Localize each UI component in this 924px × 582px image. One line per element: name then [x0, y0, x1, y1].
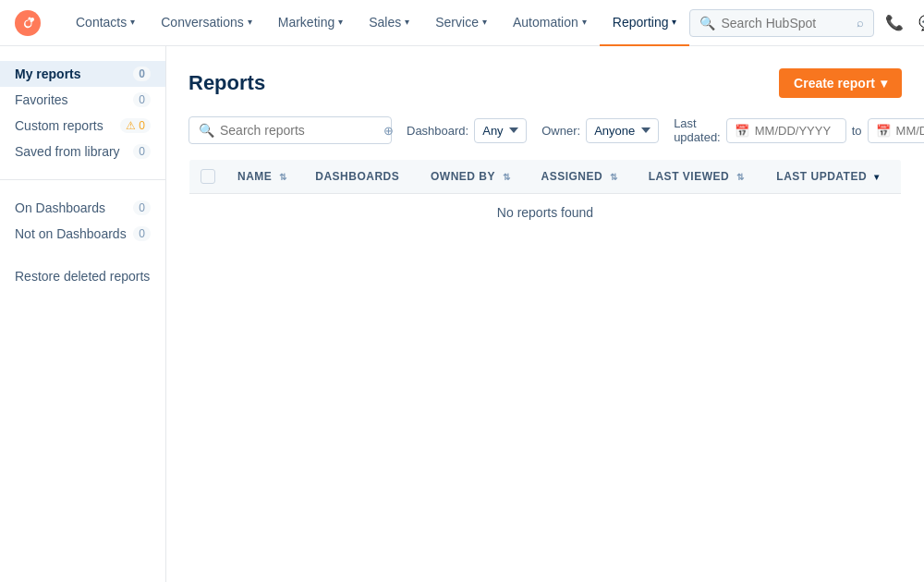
create-report-button[interactable]: Create report ▾ — [779, 68, 902, 98]
table-select-all-header[interactable] — [189, 160, 227, 194]
global-search-bar[interactable]: 🔍 ⌕ — [689, 9, 874, 37]
sidebar-section-reports: My reports 0 Favorites 0 Custom reports … — [0, 61, 165, 180]
nav-sales[interactable]: Sales▾ — [356, 0, 422, 46]
date-from-input[interactable] — [755, 124, 838, 138]
page-title: Reports — [188, 71, 265, 95]
nav-conversations[interactable]: Conversations▾ — [148, 0, 265, 46]
filters-row: 🔍 ⊕ Dashboard: Any Owner: Anyone Las — [188, 116, 902, 144]
nav-marketing[interactable]: Marketing▾ — [265, 0, 356, 46]
table-col-last-updated[interactable]: LAST UPDATED ▾ — [765, 160, 901, 194]
nav-reporting[interactable]: Reporting▾ — [600, 0, 690, 46]
table-col-assigned[interactable]: ASSIGNED ⇅ — [530, 160, 638, 194]
svg-point-1 — [30, 18, 34, 21]
owner-filter-group: Owner: Anyone — [541, 118, 659, 143]
search-icon: 🔍 — [699, 16, 715, 30]
sort-last-updated-icon: ▾ — [874, 172, 880, 182]
calendar-to-icon: 📅 — [876, 124, 891, 138]
sort-name-icon: ⇅ — [279, 172, 287, 182]
search-reports-bar[interactable]: 🔍 ⊕ — [188, 116, 392, 144]
nav-right: 🔍 ⌕ 📞 💬 ❓ ⚙ 🔔 IS Inspired Spac ▾ — [689, 9, 924, 37]
empty-state-message: No reports found — [189, 194, 902, 232]
date-to-input-wrapper: 📅 — [868, 118, 924, 143]
table-header: NAME ⇅ DASHBOARDS OWNED BY ⇅ ASSIGNED ⇅ — [189, 160, 902, 194]
last-updated-label: Last updated: — [674, 116, 721, 144]
dashboard-filter-group: Dashboard: Any — [407, 118, 527, 143]
owner-filter-select[interactable]: Anyone — [586, 118, 659, 143]
empty-state-row: No reports found — [189, 194, 902, 232]
sidebar-item-saved-from-library[interactable]: Saved from library 0 — [0, 139, 165, 164]
sidebar-item-not-on-dashboards[interactable]: Not on Dashboards 0 — [0, 221, 165, 247]
page-header: Reports Create report ▾ — [188, 68, 902, 98]
phone-icon[interactable]: 📞 — [881, 10, 907, 35]
table-col-owned-by[interactable]: OWNED BY ⇅ — [419, 160, 529, 194]
hubspot-logo[interactable] — [15, 10, 41, 36]
nav-service[interactable]: Service▾ — [422, 0, 500, 46]
calendar-from-icon: 📅 — [735, 124, 749, 138]
search-reports-input[interactable] — [220, 123, 382, 138]
table-body: No reports found — [189, 194, 902, 232]
sort-last-viewed-icon: ⇅ — [736, 172, 745, 182]
sort-owned-by-icon: ⇅ — [503, 172, 511, 182]
sidebar-section-dashboards: On Dashboards 0 Not on Dashboards 0 — [0, 188, 165, 254]
chevron-down-icon: ▾ — [881, 76, 887, 91]
search-submit-button[interactable]: ⌕ — [857, 16, 864, 30]
sidebar: My reports 0 Favorites 0 Custom reports … — [0, 46, 166, 582]
sidebar-item-my-reports[interactable]: My reports 0 — [0, 61, 165, 87]
restore-deleted-reports-link[interactable]: Restore deleted reports — [0, 261, 165, 291]
select-all-checkbox[interactable] — [201, 169, 215, 184]
global-search-input[interactable] — [721, 16, 857, 30]
main-content: Reports Create report ▾ 🔍 ⊕ Dashboard: A… — [166, 46, 924, 582]
chat-icon[interactable]: 💬 — [915, 10, 924, 35]
table-col-dashboards: DASHBOARDS — [304, 160, 419, 194]
last-updated-filter-group: Last updated: 📅 to 📅 — [674, 116, 924, 144]
nav-links: Contacts▾ Conversations▾ Marketing▾ Sale… — [63, 0, 689, 46]
table-col-last-viewed[interactable]: LAST VIEWED ⇅ — [638, 160, 766, 194]
reports-table: NAME ⇅ DASHBOARDS OWNED BY ⇅ ASSIGNED ⇅ — [188, 159, 902, 232]
sort-assigned-icon: ⇅ — [610, 172, 618, 182]
svg-point-0 — [15, 10, 41, 36]
dashboard-filter-label: Dashboard: — [407, 124, 468, 138]
owner-filter-label: Owner: — [541, 124, 580, 138]
search-reports-apply-button[interactable]: ⊕ — [382, 124, 395, 138]
sidebar-item-custom-reports[interactable]: Custom reports ⚠ 0 — [0, 113, 165, 139]
nav-automation[interactable]: Automation▾ — [500, 0, 600, 46]
page-layout: My reports 0 Favorites 0 Custom reports … — [0, 46, 924, 582]
date-from-input-wrapper: 📅 — [726, 118, 846, 143]
date-to-input[interactable] — [896, 124, 924, 138]
top-nav: Contacts▾ Conversations▾ Marketing▾ Sale… — [0, 0, 924, 46]
sidebar-item-favorites[interactable]: Favorites 0 — [0, 87, 165, 113]
dashboard-filter-select[interactable]: Any — [474, 118, 527, 143]
sidebar-item-on-dashboards[interactable]: On Dashboards 0 — [0, 195, 165, 221]
search-reports-icon: 🔍 — [199, 123, 214, 138]
nav-contacts[interactable]: Contacts▾ — [63, 0, 148, 46]
date-to-separator: to — [852, 124, 862, 138]
table-col-name[interactable]: NAME ⇅ — [226, 160, 304, 194]
